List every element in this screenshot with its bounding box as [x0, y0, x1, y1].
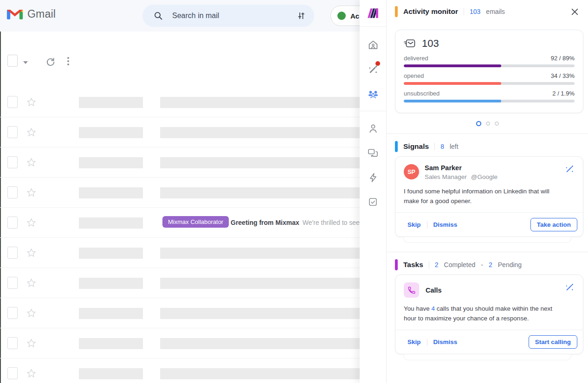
unsubscribed-bar-track [404, 100, 575, 102]
contact-name: Sam Parker [425, 164, 498, 172]
task-body-text: You have 4 calls that you should make wi… [404, 304, 565, 323]
ai-wand-icon[interactable] [565, 164, 575, 174]
tasks-dash: - [481, 261, 483, 268]
task-check-icon [368, 197, 378, 207]
stacked-card-edge [403, 237, 571, 243]
dismiss-button[interactable]: Dismiss [433, 221, 458, 228]
active-status-label: Ac [350, 12, 359, 20]
skip-button[interactable]: Skip [407, 221, 421, 228]
subject-skeleton [160, 338, 360, 349]
email-row[interactable] [0, 87, 360, 117]
select-all-checkbox[interactable] [7, 55, 18, 67]
star-icon[interactable] [26, 369, 36, 378]
tasks-title: Tasks [403, 261, 423, 269]
sidebar-item-instant-actions[interactable] [360, 165, 386, 190]
sidebar-item-profile[interactable] [360, 116, 386, 140]
star-icon[interactable] [26, 278, 36, 287]
email-count: 103 [470, 8, 480, 15]
row-checkbox[interactable] [7, 186, 18, 198]
subject-skeleton [160, 308, 360, 319]
row-checkbox[interactable] [7, 337, 18, 349]
star-icon[interactable] [26, 97, 36, 107]
signals-accent-bar [395, 141, 398, 152]
carousel-dot-active[interactable] [476, 121, 481, 126]
tasks-pending-unit: Pending [498, 261, 522, 268]
row-checkbox[interactable] [7, 277, 18, 289]
ai-wand-icon[interactable] [565, 282, 575, 292]
sender-skeleton [79, 338, 143, 349]
sender-skeleton [79, 308, 143, 319]
tasks-completed-unit: Completed [444, 261, 476, 268]
star-icon[interactable] [26, 248, 36, 257]
star-icon[interactable] [26, 158, 36, 167]
email-row[interactable] [0, 117, 360, 147]
home-icon [368, 39, 379, 51]
phone-icon [407, 286, 416, 294]
search-options-icon[interactable] [297, 11, 306, 20]
more-options-icon[interactable] [66, 57, 71, 65]
sidebar-item-contacts-active[interactable] [360, 82, 386, 106]
carousel-dots [387, 121, 588, 126]
task-title: Calls [426, 287, 442, 294]
email-row[interactable] [0, 147, 360, 178]
gmail-header: Gmail Search in mail Ac [0, 0, 360, 32]
subject-skeleton [160, 368, 360, 379]
mixmax-collaborator-badge: Mixmax Collaborator [162, 216, 229, 228]
close-icon[interactable] [571, 8, 579, 16]
email-row[interactable] [0, 298, 360, 328]
signals-title: Signals [403, 142, 429, 151]
sender-skeleton [79, 278, 143, 289]
carousel-dot[interactable] [495, 121, 499, 126]
row-checkbox[interactable] [7, 247, 18, 259]
carousel-dot[interactable] [486, 121, 490, 126]
sidebar-item-tasks[interactable] [360, 190, 386, 214]
email-row[interactable] [0, 178, 360, 208]
chat-bubbles-icon [367, 147, 379, 159]
email-stats-card: 103 delivered 92 / 89% opened [395, 30, 583, 113]
star-icon[interactable] [26, 188, 36, 197]
search-bar[interactable]: Search in mail [142, 5, 314, 27]
sidebar-item-home[interactable] [360, 32, 386, 57]
email-row[interactable] [0, 328, 360, 358]
header-accent-bar [395, 6, 398, 17]
unsubscribed-bar-fill [404, 100, 501, 102]
email-row[interactable] [0, 268, 360, 298]
avatar: SP [404, 164, 419, 179]
sidebar-item-conversations[interactable] [360, 140, 386, 165]
metric-opened: opened 34 / 33% [404, 72, 575, 85]
people-group-icon [367, 89, 379, 100]
icon-rail-divider [360, 111, 386, 111]
subject-skeleton [160, 157, 360, 168]
email-row-mixmax[interactable]: Mixmax Collaborator Greeting from Mixmax… [0, 208, 360, 238]
select-dropdown-icon[interactable] [23, 61, 28, 64]
dismiss-button[interactable]: Dismiss [433, 338, 458, 345]
search-icon[interactable] [154, 11, 163, 20]
search-input[interactable]: Search in mail [172, 12, 297, 20]
start-calling-button[interactable]: Start calling [529, 335, 577, 349]
email-row[interactable] [0, 358, 360, 383]
email-row[interactable] [0, 238, 360, 268]
row-checkbox[interactable] [7, 156, 18, 168]
skip-button[interactable]: Skip [407, 338, 421, 345]
stacked-card-edge [403, 354, 571, 360]
row-checkbox[interactable] [7, 217, 18, 229]
row-checkbox[interactable] [7, 96, 18, 108]
row-checkbox[interactable] [7, 367, 18, 379]
panel-title: Activity monitor [403, 7, 458, 16]
take-action-button[interactable]: Take action [530, 218, 577, 231]
star-icon[interactable] [26, 308, 36, 318]
mixmax-active-toggle[interactable]: Ac [330, 6, 360, 26]
mixmax-logo-cell[interactable] [360, 0, 386, 27]
row-checkbox[interactable] [7, 126, 18, 138]
gmail-logo-text: Gmail [27, 8, 56, 20]
row-checkbox[interactable] [7, 307, 18, 319]
refresh-icon[interactable] [45, 57, 56, 67]
star-icon[interactable] [26, 218, 36, 227]
subject-skeleton [160, 127, 360, 138]
activity-monitor-header: Activity monitor 103 emails [387, 0, 588, 23]
star-icon[interactable] [26, 128, 36, 137]
calls-icon-tile [404, 282, 419, 298]
email-count-unit: emails [486, 8, 504, 15]
sidebar-item-ai-compose[interactable] [360, 57, 386, 82]
star-icon[interactable] [26, 338, 36, 348]
